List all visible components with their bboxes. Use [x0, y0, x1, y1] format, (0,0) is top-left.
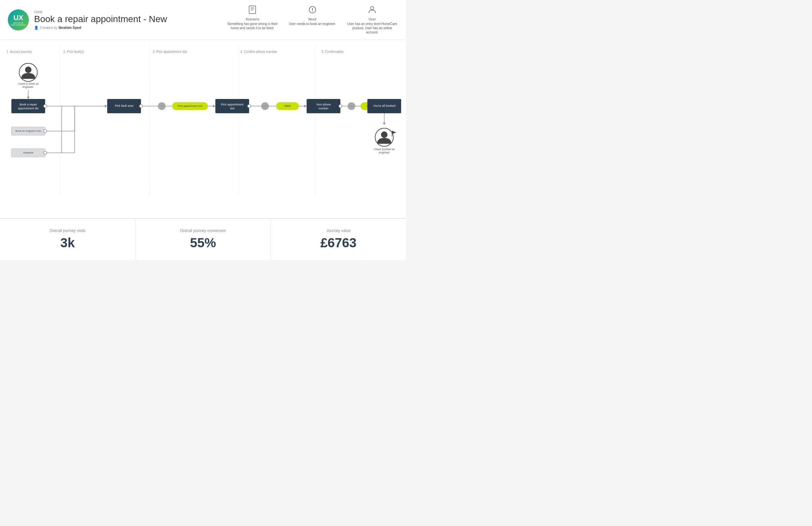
pick-fault-area-text: Pick fault area — [115, 104, 133, 107]
header-title-area: OAM Book a repair appointment - New 👤 Cr… — [34, 10, 227, 30]
arrow-to-dark2 — [213, 105, 215, 107]
pct-98-text: 98% — [349, 105, 354, 107]
header: UX BRITISH GAS USER EXPERIENCE OAM Book … — [0, 0, 406, 40]
pick-slot-dark-text2: slot — [230, 107, 235, 110]
logo: UX BRITISH GAS USER EXPERIENCE — [8, 10, 29, 30]
metric-visits-label: Overall journey visits — [6, 228, 129, 233]
author-icon: 👤 — [34, 26, 39, 30]
meta-need: Need User needs to book an engineer. — [289, 5, 336, 26]
phase-label-1: 1. Access journey — [6, 50, 32, 54]
book-repair-tile-text1: Book a repair — [19, 103, 37, 106]
phase-label-3: 3. Pick appointment slot — [153, 50, 187, 54]
scenario-label: Scenario — [246, 17, 259, 21]
user-persona-head — [25, 66, 31, 73]
svg-rect-0 — [249, 6, 256, 14]
scenario-desc: Something has gone wrong in their home a… — [227, 22, 278, 30]
metric-value-value: £6763 — [277, 236, 400, 250]
user-icon — [368, 5, 377, 16]
flow-diagram: 1. Access journey 2. Pick fault(s) 3. Pi… — [0, 46, 406, 202]
phase-label-5: 5. Confirmation — [321, 50, 344, 54]
metric-visits: Overall journey visits 3k — [0, 219, 135, 260]
dot-repair-tile-right — [44, 105, 47, 108]
header-meta: Scenario Something has gone wrong in the… — [227, 5, 398, 34]
dot-hub-right — [44, 130, 47, 133]
end-user-body — [377, 138, 391, 144]
flag-shape — [392, 131, 396, 134]
metric-value: Journey value £6763 — [271, 219, 406, 260]
arrow-to-phone — [304, 105, 307, 107]
dot-phone-right — [339, 105, 342, 108]
pct-80-text: 80% — [262, 105, 267, 107]
pick-slot-dark-text1: Pick appointment — [221, 103, 244, 106]
svg-point-7 — [371, 6, 374, 10]
dot-fault-right — [139, 105, 143, 108]
meta-scenario: Scenario Something has gone wrong in the… — [227, 5, 278, 30]
user-persona-label2: engineer. — [23, 85, 34, 89]
scenario-icon — [248, 5, 257, 16]
arrow-booked-down — [383, 123, 386, 125]
arrow-to-fault — [105, 105, 107, 107]
metric-value-label: Journey value — [277, 228, 400, 233]
meta-user: User User has an entry level HomeCare pr… — [346, 5, 398, 34]
need-desc: User needs to book an engineer. — [289, 22, 336, 26]
header-oam: OAM — [34, 10, 227, 14]
metric-conversion-value: 55% — [142, 236, 264, 250]
dot-deeplink-right — [44, 151, 47, 154]
user-persona-body — [21, 73, 35, 79]
phase-label-2: 2. Pick fault(s) — [63, 50, 84, 54]
phase-label-4: 4. Confirm phone number — [240, 50, 277, 54]
need-label: Need — [308, 17, 316, 21]
your-phone-text2: number — [319, 107, 329, 110]
user-label: User — [369, 17, 376, 21]
metric-conversion-label: Overall journey conversion — [142, 228, 264, 233]
svg-point-6 — [312, 11, 313, 11]
your-phone-text1: Your phone — [316, 103, 331, 106]
end-user-label2: engineer — [379, 151, 390, 154]
author-name: Ibrahim Syed — [59, 26, 81, 30]
pick-slot-green-text: Pick appointment slot — [178, 105, 203, 107]
need-icon — [308, 5, 317, 16]
metrics-bar: Overall journey visits 3k Overall journe… — [0, 219, 406, 260]
metric-visits-value: 3k — [6, 236, 129, 250]
user-desc: User has an entry level HomeCare product… — [346, 22, 398, 34]
page-title: Book a repair appointment - New — [34, 14, 227, 24]
book-repair-tile-text2: appointment tile — [18, 107, 39, 110]
end-user-head — [381, 132, 388, 138]
pct-70-text: 70% — [159, 105, 164, 107]
arrow-user-to-repair — [27, 97, 30, 99]
next-pill-text: Next — [285, 104, 291, 107]
logo-ux-text: UX — [11, 14, 26, 22]
logo-subtitle: BRITISH GAS USER EXPERIENCE — [11, 22, 26, 26]
metric-conversion: Overall journey conversion 55% — [135, 219, 271, 260]
deeplink-text: Deeplink — [23, 151, 33, 154]
header-author: 👤 Created by Ibrahim Syed — [34, 26, 227, 30]
dot-slot-right — [247, 105, 251, 108]
book-engineer-hub-text: Book an engineer hub — [16, 130, 41, 132]
youre-booked-text: You're all booked — [373, 104, 395, 107]
user-persona-label: I want to book an — [18, 82, 39, 85]
author-prefix: Created by — [40, 26, 58, 30]
flow-canvas: 1. Access journey 2. Pick fault(s) 3. Pi… — [0, 40, 406, 219]
end-user-label1: I have booked an — [374, 148, 395, 151]
